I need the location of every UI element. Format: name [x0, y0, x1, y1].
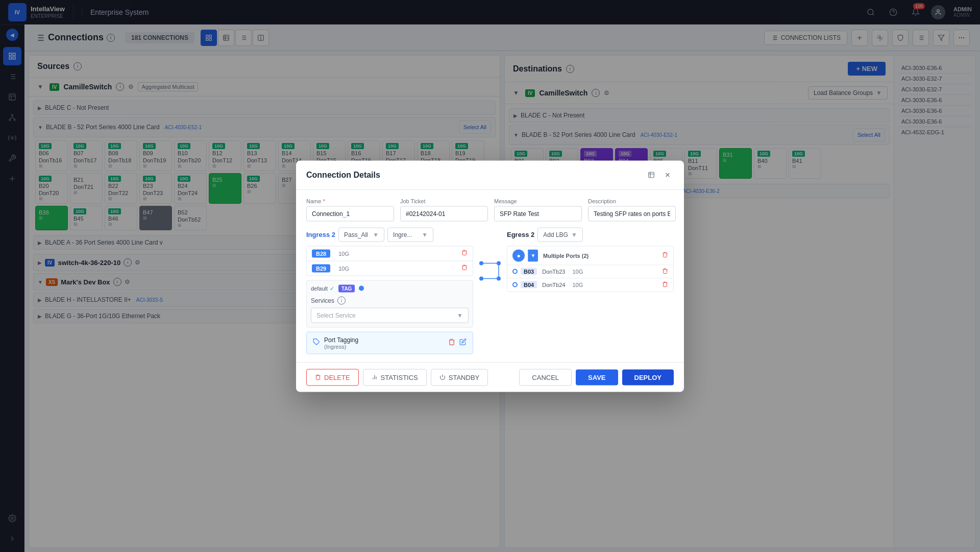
- services-info-icon[interactable]: i: [337, 296, 346, 304]
- dialog-controls: [645, 169, 674, 181]
- select-service-dropdown[interactable]: Select Service ▼: [311, 307, 469, 323]
- svg-point-52: [497, 261, 501, 265]
- egress-port-b03-radio: [512, 269, 518, 274]
- egress-expand-button[interactable]: ●: [512, 249, 525, 261]
- check-icon: ✓: [330, 285, 334, 292]
- port-tagging-label: Port Tagging: [324, 336, 358, 343]
- egress-port-b03: B03 DonTb23 10G: [507, 265, 673, 278]
- name-input[interactable]: [306, 206, 394, 221]
- ingress-port-b28-delete[interactable]: [461, 250, 468, 257]
- egress-port-b04-tag: B04: [521, 281, 537, 289]
- egress-port-b03-tag: B03: [521, 268, 537, 275]
- egress-port-table: ● ▼ Multiple Ports (2) B03 DonTb23 10G: [507, 246, 674, 292]
- connection-details-dialog: Connection Details Name Job Ticket: [296, 160, 684, 392]
- ingress-port-b28-speed: 10G: [338, 250, 349, 256]
- tag-services-area: default ✓ TAG Services i Sele: [306, 280, 473, 327]
- port-tagging-icon: [313, 339, 320, 347]
- pass-all-chevron: ▼: [373, 231, 379, 238]
- ingress-port-b28-tag: B28: [312, 249, 330, 257]
- ie-connector-row: Ingress 2 Pass_All ▼ Ingre... ▼: [306, 227, 674, 354]
- pass-all-dropdown[interactable]: Pass_All ▼: [338, 227, 384, 242]
- services-row: Services i: [311, 296, 469, 304]
- add-lbg-chevron: ▼: [571, 231, 577, 238]
- services-label: Services: [311, 297, 334, 304]
- egress-port-b04-radio: [512, 282, 518, 287]
- port-tagging-actions: [448, 339, 467, 347]
- standby-button[interactable]: STANDBY: [431, 369, 488, 386]
- egress-port-b04: B04 DonTb24 10G: [507, 278, 673, 291]
- dialog-overlay: Connection Details Name Job Ticket: [0, 0, 980, 552]
- egress-port-b04-speed: 10G: [572, 282, 583, 288]
- cancel-button[interactable]: CANCEL: [519, 369, 572, 386]
- name-field: Name: [306, 198, 394, 221]
- multiple-ports-label: Multiple Ports (2): [543, 252, 589, 258]
- ingress-port-b29-speed: 10G: [338, 265, 349, 271]
- ingress-port-b29-delete[interactable]: [461, 265, 468, 272]
- egress-header-row: Egress 2 Add LBG ▼: [507, 227, 674, 242]
- job-ticket-label: Job Ticket: [400, 198, 488, 204]
- egress-port-b03-delete[interactable]: [662, 268, 668, 275]
- dialog-close-icon[interactable]: [662, 169, 674, 181]
- dialog-header: Connection Details: [296, 160, 684, 189]
- select-service-area: Select Service ▼: [311, 307, 469, 323]
- description-field: Description: [588, 198, 676, 221]
- description-label: Description: [588, 198, 676, 204]
- add-lbg-button[interactable]: Add LBG ▼: [537, 227, 583, 242]
- ingre-dropdown[interactable]: Ingre... ▼: [387, 227, 433, 242]
- name-label: Name: [306, 198, 394, 204]
- delete-button[interactable]: DELETE: [306, 369, 359, 386]
- egress-port-b04-delete[interactable]: [662, 281, 668, 289]
- tag-badge: TAG: [338, 284, 355, 292]
- statistics-button[interactable]: STATISTICS: [363, 369, 427, 386]
- default-badge[interactable]: default ✓: [311, 285, 334, 292]
- port-tagging-edit-icon[interactable]: [459, 339, 467, 347]
- egress-multi-header: ● ▼ Multiple Ports (2): [507, 246, 673, 265]
- ingress-port-row-b28: B28 10G: [307, 246, 473, 261]
- dot-connector: [359, 286, 364, 291]
- svg-rect-43: [649, 172, 654, 178]
- message-label: Message: [494, 198, 582, 204]
- port-tagging-text: Port Tagging (Ingress): [324, 336, 358, 349]
- egress-port-b03-name: DonTb23: [542, 269, 565, 275]
- egress-chevron-button[interactable]: ▼: [528, 249, 538, 261]
- connector-middle: [477, 227, 503, 309]
- form-row-1: Name Job Ticket Message Description: [306, 198, 674, 221]
- deploy-button[interactable]: DEPLOY: [622, 369, 674, 385]
- description-input[interactable]: [588, 206, 676, 221]
- svg-point-53: [497, 276, 501, 280]
- dialog-footer: DELETE STATISTICS STANDBY CANCEL SAVE DE…: [296, 362, 684, 392]
- ingress-header-row: Ingress 2 Pass_All ▼ Ingre... ▼: [306, 227, 473, 242]
- job-ticket-field: Job Ticket: [400, 198, 488, 221]
- port-tagging-delete-icon[interactable]: [448, 339, 455, 347]
- egress-multi-delete[interactable]: [662, 252, 668, 259]
- ingress-port-row-b29: B29 10G: [307, 261, 473, 275]
- connector-svg: [477, 248, 503, 309]
- default-tag-row: default ✓ TAG: [311, 284, 469, 292]
- message-field: Message: [494, 198, 582, 221]
- dialog-title: Connection Details: [306, 170, 380, 179]
- ingress-label: Ingress 2: [306, 231, 335, 238]
- job-ticket-input[interactable]: [400, 206, 488, 221]
- port-tagging-area: Port Tagging (Ingress): [306, 331, 473, 354]
- message-input[interactable]: [494, 206, 582, 221]
- egress-port-b03-speed: 10G: [572, 269, 583, 275]
- egress-section: Egress 2 Add LBG ▼ ● ▼ Multiple Ports (2…: [507, 227, 674, 292]
- select-service-chevron: ▼: [457, 311, 463, 319]
- dialog-body: Name Job Ticket Message Description: [296, 189, 684, 362]
- egress-label: Egress 2: [507, 231, 534, 238]
- port-tagging-sub: (Ingress): [324, 343, 358, 349]
- ingre-chevron: ▼: [422, 231, 428, 238]
- ingress-section: Ingress 2 Pass_All ▼ Ingre... ▼: [306, 227, 473, 354]
- egress-port-b04-name: DonTb24: [542, 282, 565, 288]
- dialog-maximize-icon[interactable]: [645, 169, 657, 181]
- ingress-port-table: B28 10G B29 10G: [306, 246, 473, 276]
- save-button[interactable]: SAVE: [576, 369, 618, 385]
- ingress-port-b29-tag: B29: [312, 264, 330, 272]
